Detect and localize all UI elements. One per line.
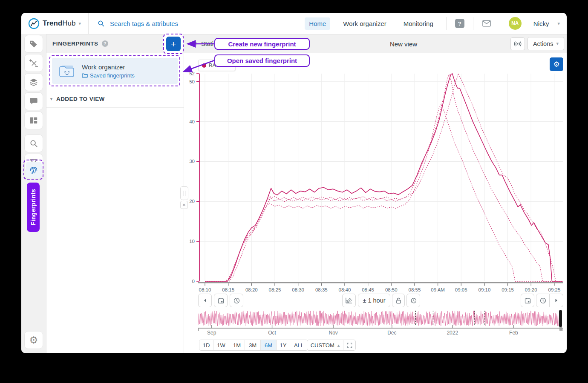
nav-work-organizer[interactable]: Work organizer bbox=[339, 17, 390, 30]
avatar[interactable]: NA bbox=[509, 17, 522, 30]
svg-text:08:15: 08:15 bbox=[222, 287, 234, 292]
search-trends-icon[interactable] bbox=[24, 134, 43, 152]
user-menu-caret-icon[interactable]: ▾ bbox=[557, 21, 560, 26]
broadcast-icon bbox=[513, 41, 522, 47]
range-3m[interactable]: 3M bbox=[245, 340, 260, 350]
custom-range-group: CUSTOM ▴ bbox=[307, 340, 356, 351]
brand-name: TrendHub bbox=[43, 19, 75, 28]
custom-range-button[interactable]: CUSTOM ▴ bbox=[307, 340, 343, 350]
step-back-button[interactable] bbox=[198, 294, 212, 307]
comments-icon[interactable] bbox=[24, 92, 43, 110]
svg-text:2022: 2022 bbox=[447, 330, 458, 336]
top-bar: TrendHub ▾ Home Work organizer Monitorin… bbox=[21, 13, 567, 34]
global-search bbox=[89, 20, 305, 28]
calendar-start-button[interactable] bbox=[214, 294, 228, 307]
user-name[interactable]: Nicky bbox=[533, 20, 549, 27]
step-forward-button[interactable] bbox=[550, 294, 563, 307]
fingerprints-panel: ▾ ADDED TO VIEW bbox=[46, 53, 184, 353]
brand-caret-icon[interactable]: ▾ bbox=[78, 21, 81, 26]
fullscreen-icon[interactable] bbox=[343, 340, 355, 350]
fingerprint-icon[interactable] bbox=[26, 162, 42, 178]
range-6m[interactable]: 6M bbox=[260, 340, 276, 350]
svg-text:52: 52 bbox=[189, 71, 195, 76]
callout-open-fingerprint: Open saved fingerprint bbox=[214, 54, 310, 67]
time-history-button[interactable] bbox=[406, 294, 420, 307]
shift-one-hour-button[interactable]: ± 1 hour bbox=[358, 294, 390, 307]
screenshot-root: { "topbar":{ "brand_bold":"Trend","brand… bbox=[0, 0, 588, 383]
range-1w[interactable]: 1W bbox=[213, 340, 229, 350]
lock-timerange-button[interactable] bbox=[392, 294, 405, 307]
actions-caret-icon: ▾ bbox=[556, 41, 559, 46]
fingerprints-tab[interactable]: Fingerprints bbox=[27, 183, 40, 232]
svg-text:Sep: Sep bbox=[207, 330, 216, 336]
mail-icon[interactable] bbox=[482, 20, 491, 27]
clock-start-button[interactable] bbox=[230, 294, 243, 307]
svg-text:08:30: 08:30 bbox=[292, 287, 304, 292]
settings-gear-icon[interactable]: ⚙ bbox=[24, 331, 43, 349]
trendhub-logo-icon bbox=[28, 18, 40, 29]
svg-text:09 AM: 09 AM bbox=[431, 287, 445, 292]
svg-text:08:20: 08:20 bbox=[245, 287, 258, 292]
live-broadcast-button[interactable] bbox=[510, 37, 525, 50]
custom-caret-icon: ▴ bbox=[337, 343, 340, 348]
svg-text:08:10: 08:10 bbox=[199, 287, 211, 292]
search-input[interactable] bbox=[109, 20, 247, 28]
tab-statistics-partial[interactable]: Stati bbox=[191, 37, 213, 50]
svg-text:10: 10 bbox=[189, 239, 195, 244]
clock-end-button[interactable] bbox=[536, 294, 550, 307]
tag-icon[interactable] bbox=[24, 35, 43, 53]
smiley-folder-icon bbox=[58, 63, 76, 79]
svg-text:09:05: 09:05 bbox=[455, 287, 467, 292]
svg-text:08:45: 08:45 bbox=[362, 287, 374, 292]
actions-button[interactable]: Actions ▾ bbox=[527, 37, 564, 50]
svg-text:Oct: Oct bbox=[268, 330, 276, 336]
svg-text:08:25: 08:25 bbox=[269, 287, 281, 292]
range-1y[interactable]: 1Y bbox=[276, 340, 290, 350]
callout-create-fingerprint: Create new fingerprint bbox=[214, 38, 310, 50]
add-fingerprint-button[interactable]: + bbox=[166, 37, 181, 51]
range-1m[interactable]: 1M bbox=[229, 340, 245, 350]
calculations-icon[interactable] bbox=[24, 54, 43, 72]
work-organizer-item[interactable]: Work organizer Saved fingerprints bbox=[52, 58, 178, 84]
panel-resize-handle[interactable] bbox=[180, 186, 188, 200]
overview-scrubber[interactable] bbox=[198, 309, 562, 327]
layers-icon[interactable] bbox=[24, 73, 43, 91]
swap-arrows-icon bbox=[191, 41, 198, 47]
divider bbox=[46, 107, 184, 108]
top-nav: Home Work organizer Monitoring ? NA Nick… bbox=[305, 17, 567, 30]
saved-fingerprints-link[interactable]: Saved fingerprints bbox=[82, 72, 135, 79]
chevron-right-icon bbox=[555, 298, 558, 303]
added-to-view-header[interactable]: ▾ ADDED TO VIEW bbox=[50, 96, 105, 102]
x-axis: 08:1008:1508:2008:2508:3008:3508:4008:45… bbox=[198, 282, 563, 292]
dashboard-icon[interactable] bbox=[24, 111, 43, 129]
panel-close-button[interactable]: ✕ bbox=[180, 201, 188, 209]
series-color-dot bbox=[202, 63, 206, 68]
calendar-end-button[interactable] bbox=[521, 294, 534, 307]
svg-text:09:25: 09:25 bbox=[548, 287, 561, 292]
create-fingerprint-highlight: + bbox=[163, 34, 184, 54]
brand-logo[interactable]: TrendHub ▾ bbox=[21, 13, 89, 34]
help-button[interactable]: ? bbox=[455, 19, 464, 28]
nav-home[interactable]: Home bbox=[305, 17, 330, 30]
chart-plot-area[interactable] bbox=[200, 74, 563, 281]
y-axis: 5250403020100 bbox=[189, 71, 200, 284]
compare-trends-button[interactable] bbox=[342, 294, 356, 307]
lock-icon bbox=[395, 297, 402, 304]
range-1d[interactable]: 1D bbox=[199, 340, 213, 350]
calendar-icon bbox=[524, 297, 531, 304]
work-organizer-title: Work organizer bbox=[82, 63, 135, 71]
nav-monitoring[interactable]: Monitoring bbox=[399, 17, 438, 30]
saved-fingerprint-highlight: Work organizer Saved fingerprints bbox=[49, 55, 180, 86]
chart-settings-button[interactable]: ⚙ bbox=[550, 57, 563, 71]
section-label: ADDED TO VIEW bbox=[56, 96, 105, 102]
panel-help-icon[interactable]: ? bbox=[102, 40, 108, 47]
clock-icon bbox=[233, 297, 240, 304]
svg-text:20: 20 bbox=[189, 199, 195, 204]
svg-text:50: 50 bbox=[189, 79, 195, 84]
app-window: TrendHub ▾ Home Work organizer Monitorin… bbox=[21, 13, 567, 353]
folder-icon bbox=[82, 73, 88, 78]
calendar-icon bbox=[217, 297, 225, 304]
time-range-group: 1D 1W 1M 3M 6M 1Y ALL bbox=[199, 340, 308, 351]
range-all[interactable]: ALL bbox=[290, 340, 308, 350]
history-icon bbox=[410, 297, 417, 304]
